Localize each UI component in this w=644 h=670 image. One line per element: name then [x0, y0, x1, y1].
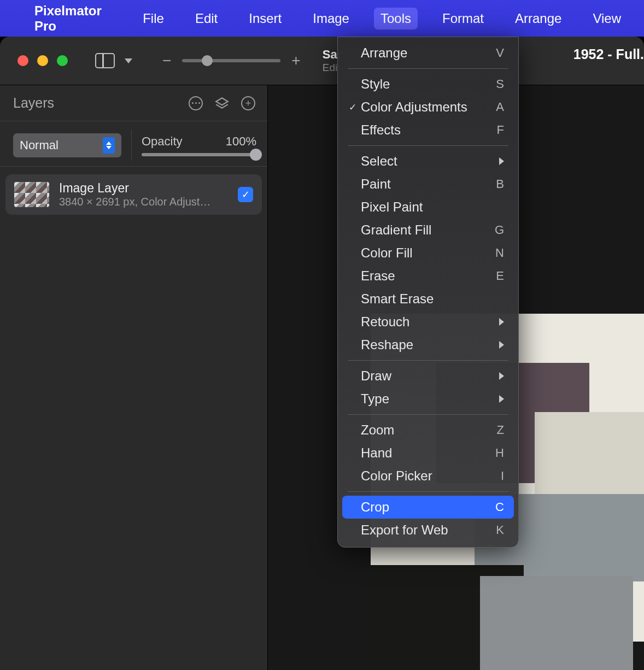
- svg-marker-0: [216, 98, 228, 105]
- divider: [131, 130, 132, 161]
- layer-name: Image Layer: [59, 181, 228, 196]
- menu-shortcut: H: [495, 446, 504, 460]
- menu-item-smart-erase[interactable]: Smart Erase: [338, 287, 518, 310]
- tools-dropdown: ArrangeVStyleS✓Color AdjustmentsAEffects…: [337, 37, 519, 548]
- minimize-button[interactable]: [37, 55, 48, 66]
- menu-item-arrange[interactable]: ArrangeV: [338, 42, 518, 64]
- zoom-in-button[interactable]: +: [291, 52, 300, 69]
- opacity-label: Opacity: [142, 134, 183, 149]
- zoom-slider[interactable]: [182, 59, 280, 62]
- menu-item-label: Color Adjustments: [361, 99, 496, 115]
- menu-item-retouch[interactable]: Retouch: [338, 310, 518, 333]
- menu-item-label: Select: [361, 154, 499, 169]
- layers-title: Layers: [13, 95, 54, 111]
- app-name[interactable]: Pixelmator Pro: [34, 3, 118, 34]
- blend-stepper-icon[interactable]: [103, 137, 115, 154]
- menu-shortcut: C: [495, 500, 504, 514]
- layer-visible-checkbox[interactable]: ✓: [238, 187, 253, 202]
- fullscreen-button[interactable]: [57, 55, 68, 66]
- menu-file[interactable]: File: [136, 8, 171, 30]
- menu-separator: [348, 68, 508, 69]
- menu-item-zoom[interactable]: ZoomZ: [338, 419, 518, 442]
- menu-item-label: Paint: [361, 177, 496, 192]
- menu-shortcut: Z: [497, 423, 504, 437]
- menu-shortcut: K: [496, 523, 504, 537]
- menu-shortcut: B: [496, 177, 504, 191]
- menu-item-color-fill[interactable]: Color FillN: [338, 242, 518, 265]
- menu-shortcut: S: [496, 77, 504, 91]
- menu-item-label: Color Fill: [361, 245, 495, 261]
- menu-item-color-adjustments[interactable]: ✓Color AdjustmentsA: [338, 96, 518, 119]
- menu-item-label: Zoom: [361, 422, 497, 438]
- sidebar-toggle-icon[interactable]: [95, 53, 115, 68]
- menu-item-reshape[interactable]: Reshape: [338, 333, 518, 356]
- opacity-value: 100%: [226, 134, 256, 149]
- menu-item-label: Export for Web: [361, 522, 496, 538]
- close-button[interactable]: [17, 55, 28, 66]
- layers-panel: Layers + Normal Opacity: [0, 85, 268, 670]
- zoom-slider-thumb[interactable]: [202, 55, 213, 66]
- submenu-arrow-icon: [499, 395, 504, 403]
- check-icon: ✓: [349, 102, 361, 113]
- blend-mode-select[interactable]: Normal: [13, 133, 121, 157]
- menu-item-erase[interactable]: EraseE: [338, 265, 518, 287]
- menu-item-color-picker[interactable]: Color PickerI: [338, 465, 518, 487]
- menu-item-label: Pixel Paint: [361, 199, 504, 215]
- menu-insert[interactable]: Insert: [242, 8, 288, 30]
- menu-item-label: Gradient Fill: [361, 222, 495, 238]
- submenu-arrow-icon: [499, 341, 504, 349]
- menu-image[interactable]: Image: [306, 8, 356, 30]
- menu-item-hand[interactable]: HandH: [338, 442, 518, 465]
- traffic-lights: [17, 55, 68, 66]
- menu-item-draw[interactable]: Draw: [338, 365, 518, 387]
- menu-item-style[interactable]: StyleS: [338, 73, 518, 96]
- menu-item-type[interactable]: Type: [338, 387, 518, 410]
- menu-shortcut: I: [501, 469, 504, 483]
- submenu-arrow-icon: [499, 318, 504, 326]
- menu-item-label: Effects: [361, 122, 497, 138]
- menu-edit[interactable]: Edit: [189, 8, 224, 30]
- menu-view[interactable]: View: [586, 8, 628, 30]
- menubar: Pixelmator Pro FileEditInsertImageToolsF…: [0, 0, 644, 37]
- menu-item-pixel-paint[interactable]: Pixel Paint: [338, 196, 518, 219]
- menu-shortcut: G: [495, 223, 504, 237]
- opacity-slider[interactable]: [142, 153, 256, 156]
- menu-separator: [348, 414, 508, 415]
- layer-subtitle: 3840 × 2691 px, Color Adjustm…: [59, 196, 218, 208]
- chevron-down-icon[interactable]: [125, 58, 132, 63]
- menu-item-export-for-web[interactable]: Export for WebK: [338, 519, 518, 542]
- zoom-controls: − +: [162, 52, 301, 69]
- menu-item-label: Type: [361, 391, 499, 407]
- menu-separator: [348, 491, 508, 492]
- opacity-slider-thumb[interactable]: [250, 149, 262, 161]
- submenu-arrow-icon: [499, 372, 504, 380]
- menu-item-label: Retouch: [361, 314, 499, 330]
- menu-item-label: Smart Erase: [361, 291, 504, 307]
- menu-item-effects[interactable]: EffectsF: [338, 119, 518, 142]
- zoom-out-button[interactable]: −: [162, 52, 171, 69]
- menu-arrange[interactable]: Arrange: [508, 8, 568, 30]
- submenu-arrow-icon: [499, 157, 504, 165]
- menu-item-select[interactable]: Select: [338, 150, 518, 173]
- add-layer-icon[interactable]: +: [241, 96, 255, 110]
- menu-item-label: Color Picker: [361, 468, 501, 484]
- menu-item-label: Reshape: [361, 337, 499, 352]
- menu-item-label: Hand: [361, 445, 495, 461]
- menu-format[interactable]: Format: [436, 8, 490, 30]
- layer-row[interactable]: Image Layer 3840 × 2691 px, Color Adjust…: [5, 174, 262, 215]
- menu-tools[interactable]: Tools: [374, 8, 418, 30]
- titlebar: − + Sar Edit 1952 - Full.: [0, 37, 644, 85]
- layers-stack-icon[interactable]: [215, 96, 229, 110]
- menu-item-crop[interactable]: CropC: [342, 496, 514, 519]
- menu-item-label: Crop: [361, 499, 495, 515]
- menu-shortcut: F: [497, 123, 504, 137]
- layer-thumbnail: [14, 182, 49, 207]
- menu-shortcut: E: [496, 269, 504, 283]
- layers-options-icon[interactable]: [189, 96, 203, 110]
- menu-item-gradient-fill[interactable]: Gradient FillG: [338, 219, 518, 242]
- menu-shortcut: V: [496, 46, 504, 60]
- menu-shortcut: N: [495, 246, 504, 260]
- menu-item-label: Draw: [361, 368, 499, 384]
- document-title-right: 1952 - Full.: [573, 46, 644, 62]
- menu-item-paint[interactable]: PaintB: [338, 173, 518, 196]
